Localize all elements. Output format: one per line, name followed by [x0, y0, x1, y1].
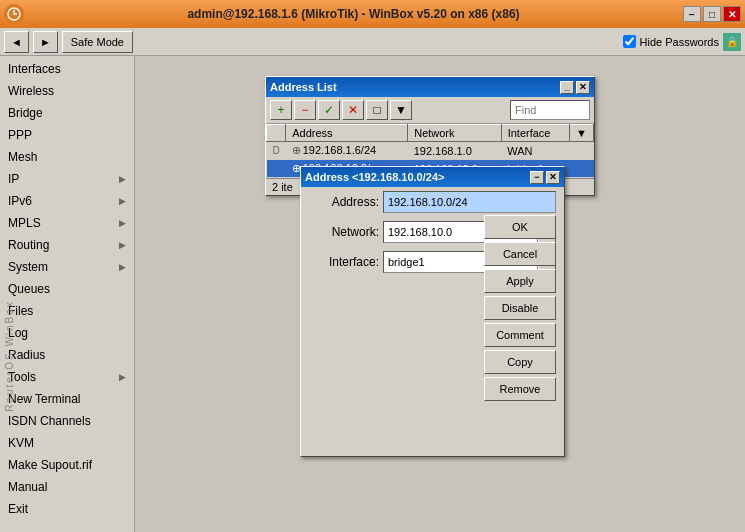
sidebar-item-isdn[interactable]: ISDN Channels: [0, 410, 134, 432]
main-toolbar: ◄ ► Safe Mode Hide Passwords 🔒: [0, 28, 745, 56]
remove-address-button[interactable]: −: [294, 100, 316, 120]
back-button[interactable]: ◄: [4, 31, 29, 53]
sidebar-item-exit[interactable]: Exit: [0, 498, 134, 520]
apply-button[interactable]: Apply: [484, 269, 556, 293]
interface-label: Interface:: [309, 255, 379, 269]
hide-passwords-checkbox[interactable]: [623, 35, 636, 48]
content-area: Address List _ ✕ + − ✓ ✕ □ ▼ Add: [135, 56, 745, 532]
close-button[interactable]: ✕: [723, 6, 741, 22]
sidebar-items: Interfaces Wireless Bridge PPP Mesh IP ▶…: [0, 56, 134, 522]
address-list-toolbar: + − ✓ ✕ □ ▼: [266, 97, 594, 124]
sidebar-item-routing[interactable]: Routing ▶: [0, 234, 134, 256]
sidebar-item-new-terminal[interactable]: New Terminal: [0, 388, 134, 410]
arrow-icon: ▶: [119, 372, 126, 382]
network-label: Network:: [309, 225, 379, 239]
sidebar-item-files[interactable]: Files: [0, 300, 134, 322]
row-extra: [570, 142, 594, 160]
sidebar-item-manual[interactable]: Manual: [0, 476, 134, 498]
copy-address-button[interactable]: □: [366, 100, 388, 120]
sidebar: Interfaces Wireless Bridge PPP Mesh IP ▶…: [0, 56, 135, 532]
sidebar-item-tools[interactable]: Tools ▶: [0, 366, 134, 388]
window-controls: − □ ✕: [683, 6, 741, 22]
arrow-icon: ▶: [119, 262, 126, 272]
col-sort[interactable]: ▼: [570, 125, 594, 142]
address-detail-title-bar[interactable]: Address <192.168.10.0/24> − ✕: [301, 167, 564, 187]
detail-button-panel: OK Cancel Apply Disable Comment Copy Rem…: [484, 215, 556, 401]
col-network[interactable]: Network: [408, 125, 501, 142]
filter-button[interactable]: ▼: [390, 100, 412, 120]
window-title: admin@192.168.1.6 (MikroTik) - WinBox v5…: [24, 7, 683, 21]
detail-form: Address: Network: ▲ Interface: ▼: [301, 187, 564, 456]
row-network: 192.168.1.0: [408, 142, 501, 160]
row-address: ⊕192.168.1.6/24: [286, 142, 408, 160]
row-extra: [570, 160, 594, 178]
address-row: Address:: [301, 187, 564, 217]
forward-button[interactable]: ►: [33, 31, 58, 53]
sidebar-item-bridge[interactable]: Bridge: [0, 102, 134, 124]
arrow-icon: ▶: [119, 218, 126, 228]
detail-close[interactable]: ✕: [546, 171, 560, 184]
address-detail-window: Address <192.168.10.0/24> − ✕ Address: N…: [300, 166, 565, 457]
add-address-button[interactable]: +: [270, 100, 292, 120]
row-interface: WAN: [501, 142, 569, 160]
address-label: Address:: [309, 195, 379, 209]
disable-button[interactable]: Disable: [484, 296, 556, 320]
col-flag[interactable]: [267, 125, 286, 142]
title-bar: admin@192.168.1.6 (MikroTik) - WinBox v5…: [0, 0, 745, 28]
minimize-button[interactable]: −: [683, 6, 701, 22]
app-icon: [4, 4, 24, 24]
row-flag: D: [267, 142, 286, 160]
address-detail-controls: − ✕: [530, 171, 560, 184]
hide-passwords-container: Hide Passwords 🔒: [623, 33, 741, 51]
address-list-minimize[interactable]: _: [560, 81, 574, 94]
sidebar-item-radius[interactable]: Radius: [0, 344, 134, 366]
lock-icon: 🔒: [723, 33, 741, 51]
sidebar-item-ipv6[interactable]: IPv6 ▶: [0, 190, 134, 212]
ok-button[interactable]: OK: [484, 215, 556, 239]
address-input[interactable]: [383, 191, 556, 213]
sidebar-item-mpls[interactable]: MPLS ▶: [0, 212, 134, 234]
maximize-button[interactable]: □: [703, 6, 721, 22]
sidebar-item-supout[interactable]: Make Supout.rif: [0, 454, 134, 476]
apply-address-button[interactable]: ✓: [318, 100, 340, 120]
detail-minimize[interactable]: −: [530, 171, 544, 184]
sidebar-item-system[interactable]: System ▶: [0, 256, 134, 278]
safe-mode-button[interactable]: Safe Mode: [62, 31, 133, 53]
sidebar-item-interfaces[interactable]: Interfaces: [0, 58, 134, 80]
cancel-address-button[interactable]: ✕: [342, 100, 364, 120]
sidebar-item-kvm[interactable]: KVM: [0, 432, 134, 454]
remove-button[interactable]: Remove: [484, 377, 556, 401]
arrow-icon: ▶: [119, 174, 126, 184]
row-flag: [267, 160, 286, 178]
find-input[interactable]: [510, 100, 590, 120]
hide-passwords-label: Hide Passwords: [640, 36, 719, 48]
address-list-controls: _ ✕: [560, 81, 590, 94]
sidebar-item-mesh[interactable]: Mesh: [0, 146, 134, 168]
sidebar-item-queues[interactable]: Queues: [0, 278, 134, 300]
sidebar-item-log[interactable]: Log: [0, 322, 134, 344]
arrow-icon: ▶: [119, 196, 126, 206]
address-list-title-bar[interactable]: Address List _ ✕: [266, 77, 594, 97]
arrow-icon: ▶: [119, 240, 126, 250]
address-list-close[interactable]: ✕: [576, 81, 590, 94]
copy-button[interactable]: Copy: [484, 350, 556, 374]
comment-button[interactable]: Comment: [484, 323, 556, 347]
cancel-button[interactable]: Cancel: [484, 242, 556, 266]
col-address[interactable]: Address: [286, 125, 408, 142]
table-row[interactable]: D ⊕192.168.1.6/24 192.168.1.0 WAN: [267, 142, 594, 160]
col-interface[interactable]: Interface: [501, 125, 569, 142]
sidebar-item-ip[interactable]: IP ▶: [0, 168, 134, 190]
sidebar-item-ppp[interactable]: PPP: [0, 124, 134, 146]
item-count: 2 ite: [272, 181, 293, 193]
sidebar-item-wireless[interactable]: Wireless: [0, 80, 134, 102]
main-layout: Interfaces Wireless Bridge PPP Mesh IP ▶…: [0, 56, 745, 532]
